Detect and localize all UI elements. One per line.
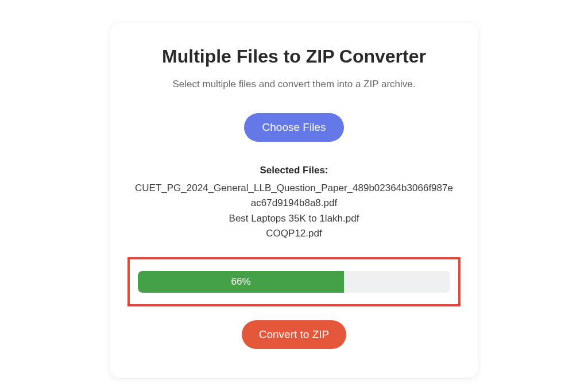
file-list: CUET_PG_2024_General_LLB_Question_Paper_… (127, 181, 461, 241)
convert-to-zip-button[interactable]: Convert to ZIP (242, 320, 347, 349)
page-title: Multiple Files to ZIP Converter (127, 46, 461, 67)
choose-files-button[interactable]: Choose Files (244, 113, 345, 142)
selected-files-heading: Selected Files: (127, 165, 461, 176)
progress-fill: 66% (138, 271, 344, 293)
file-item: CUET_PG_2024_General_LLB_Question_Paper_… (133, 181, 455, 211)
page-subtitle: Select multiple files and convert them i… (127, 79, 461, 90)
progress-highlight-box: 66% (127, 257, 461, 306)
file-item: Best Laptops 35K to 1lakh.pdf (133, 211, 455, 226)
converter-card: Multiple Files to ZIP Converter Select m… (110, 23, 478, 378)
file-item: COQP12.pdf (133, 226, 455, 241)
progress-bar: 66% (138, 271, 450, 293)
